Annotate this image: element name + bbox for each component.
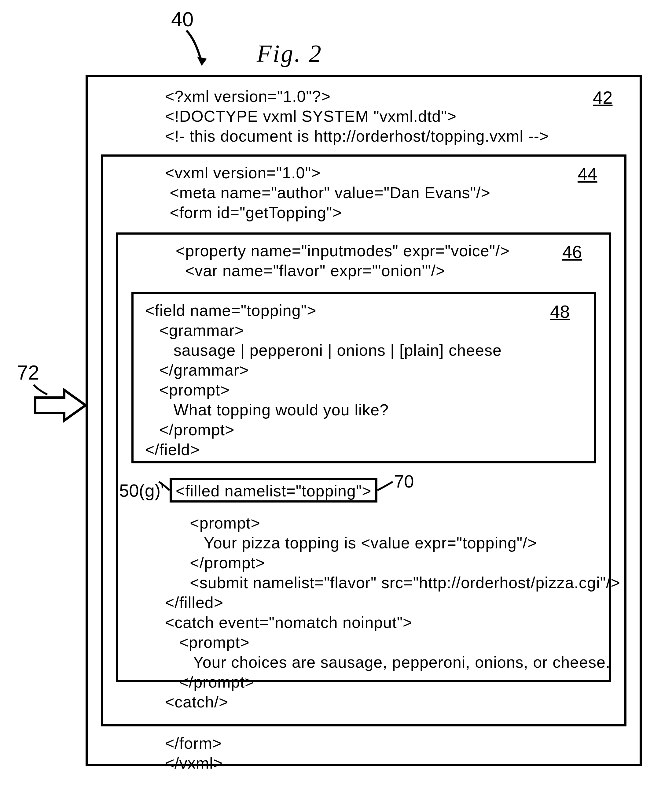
code-line-11: sausage | pepperoni | onions | [plain] c… — [145, 341, 502, 359]
ref-42: 42 — [593, 87, 613, 107]
code-line-06: <form id="getTopping"> — [165, 204, 342, 222]
code-line-05: <meta name="author" value="Dan Evans"/> — [165, 183, 491, 202]
code-line-18: <prompt> — [176, 514, 260, 532]
code-line-24: <prompt> — [165, 633, 250, 651]
figure-canvas: Fig. 2 40 42 44 46 48 50(g)' 70 72 <?xml… — [0, 0, 672, 794]
code-line-28: </form> — [165, 734, 222, 752]
ref-44: 44 — [578, 164, 597, 184]
code-line-19: Your pizza topping is <value expr="toppi… — [176, 534, 537, 552]
code-line-02: <!DOCTYPE vxml SYSTEM "vxml.dtd"> — [165, 107, 456, 125]
figure-title: Fig. 2 — [257, 40, 322, 67]
code-line-13: <prompt> — [145, 381, 230, 399]
code-line-16: </field> — [145, 440, 200, 459]
code-line-17: <filled namelist="topping"> — [176, 482, 371, 500]
code-line-25: Your choices are sausage, pepperoni, oni… — [165, 653, 610, 671]
code-line-26: </prompt> — [165, 673, 254, 691]
code-line-29: </vxml> — [165, 754, 223, 772]
code-line-03: <!- this document is http://orderhost/to… — [165, 127, 549, 145]
code-line-12: </grammar> — [145, 361, 249, 379]
code-line-10: <grammar> — [145, 321, 244, 340]
code-line-01: <?xml version="1.0"?> — [165, 87, 331, 106]
code-line-27: <catch/> — [165, 693, 228, 711]
svg-marker-0 — [197, 56, 207, 66]
code-line-20: </prompt> — [176, 553, 265, 572]
ref-40-label: 40 — [171, 8, 194, 31]
ref-50g-label: 50(g)' — [119, 480, 164, 501]
code-line-15: </prompt> — [145, 420, 234, 439]
ref-72-label: 72 — [17, 361, 39, 384]
code-line-21: <submit namelist="flavor" src="http://or… — [176, 573, 620, 592]
code-line-04: <vxml version="1.0"> — [165, 164, 320, 182]
code-line-23: <catch event="nomatch noinput"> — [165, 613, 412, 632]
ref-70-label: 70 — [394, 471, 414, 491]
code-line-07: <property name="inputmodes" expr="voice"… — [176, 242, 510, 260]
code-line-08: <var name="flavor" expr="'onion'"/> — [176, 261, 445, 280]
code-line-09: <field name="topping"> — [145, 301, 317, 319]
ref-46: 46 — [562, 242, 582, 262]
ref-48: 48 — [550, 301, 570, 322]
code-line-22: </filled> — [165, 593, 223, 612]
code-line-14: What topping would you like? — [145, 401, 389, 419]
